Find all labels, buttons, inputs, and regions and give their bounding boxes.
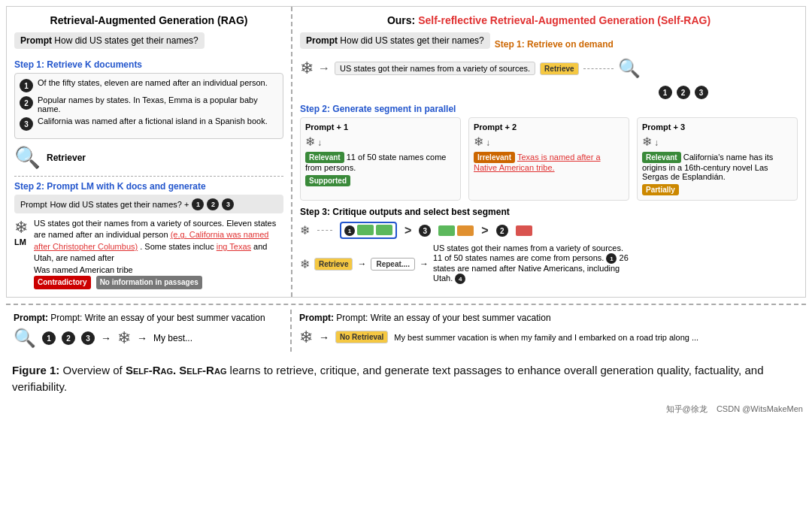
bottom-circle-2: 2 [62,331,75,345]
right-prompt-label: Prompt [306,35,338,46]
retriever-label: Retriever [47,153,86,163]
bottom-prompt-left-text: Prompt: Write an essay of your best summ… [50,313,265,323]
parallel2-snowflake: ❄ [474,135,483,148]
step3-arrow2: → [420,259,429,269]
bottom-left: Prompt: Prompt: Write an essay of your b… [6,310,292,352]
main-container: Retrieval-Augmented Generation (RAG) Pro… [0,6,812,418]
parallel1-arrow: ↓ [317,138,322,148]
step3-retrieve-badge[interactable]: Retrieve [314,258,353,271]
parallel3-snowflake: ❄ [642,135,652,148]
seg3-bars [438,225,474,236]
doc-num-2: 2 [20,96,33,110]
step1-magnifier-icon: 🔍 [618,58,641,79]
selected-segment: 1 [340,222,397,239]
figure-caption: Figure 1: Overview of Self-Rag. Self-Rag… [0,355,812,404]
bottom-right-text: My best summer vacation is when my famil… [394,333,798,342]
prompt2-box: Prompt How did US states get their names… [14,195,283,213]
parallel1-header: Prompt + 1 [305,122,456,132]
seg2-bars [516,225,532,236]
watermark-2: CSDN @WitsMakeMen [717,404,803,413]
seg2-num: 2 [496,225,508,237]
watermark: 知乎@徐龙 CSDN @WitsMakeMen [0,404,812,418]
left-prompt-box: Prompt How did US states get their names… [14,32,205,49]
parallel1-badge-supported: Supported [305,175,350,186]
bottom-prompt-right-text: Prompt: Write an essay of your best summ… [336,313,550,323]
step2-parallel: Prompt + 1 ❄ ↓ Relevant 11 of 50 state n… [300,117,798,201]
right-prompt-box: Prompt How did US states get their names… [300,32,490,49]
lm-text-cont3: American tribe [80,265,133,274]
seg3-num: 3 [419,225,431,237]
doc-item-3: 3 California was named after a fictional… [20,116,278,131]
gt1: > [404,224,411,237]
watermark-1: 知乎@徐龙 [666,404,707,413]
bottom-circle-3: 3 [81,331,95,345]
self-rag-2: Self-Rag [179,364,226,376]
step3-circle1: 1 [606,253,617,264]
doc-text-1: Of the fifty states, eleven are named af… [38,78,268,87]
parallel1-snowflake: ❄ [305,135,315,148]
doc-item-1: 1 Of the fifty states, eleven are named … [20,78,278,92]
step2-right-label: Step 2: Generate segment in parallel [300,104,798,114]
step3-flow-snowflake: ❄ [300,257,310,271]
lm-text-cont: . Some states incluc [140,242,214,251]
lm-area: ❄ LM US states got their names from a va… [14,218,283,289]
step2-left-label: Step 2: Prompt LM with K docs and genera… [14,181,283,192]
right-circle-2: 2 [677,86,690,99]
parallel3-arrow: ↓ [654,138,659,148]
right-panel: Ours: Self-reflective Retrieval-Augmente… [292,7,805,297]
lm-label: LM [14,237,28,246]
figure-label: Figure 1: [12,364,59,376]
doc-num-3: 3 [20,117,33,131]
bottom-prompt-left: Prompt: Prompt: Write an essay of your b… [14,313,283,323]
doc-list: 1 Of the fifty states, eleven are named … [14,73,283,139]
step3-right-label: Step 3: Critique outputs and select best… [300,207,798,217]
left-prompt-text: How did US states get their names? [54,35,198,46]
prompt2-label: Prompt [20,200,47,209]
bottom-prompt-right: Prompt: Prompt: Write an essay of your b… [299,313,798,323]
dashed-line [583,68,614,69]
bottom-area: Prompt: Prompt: Write an essay of your b… [6,304,806,352]
right-step1-label-area: Step 1: Retrieve on demand [495,37,798,50]
bar-green-2 [376,225,392,235]
prompt2-num2: 2 [207,198,219,210]
right-prompt-text: How did US states get their names? [340,35,483,46]
seg1-num: 1 [344,225,355,236]
step1-arrow: → [318,62,330,75]
badge-no-info: No information in passages [96,276,202,289]
bottom-left-arrow2: → [137,332,147,344]
step1-right-text: US states got their names from a variety… [335,62,535,75]
parallel1-badge-relevant: Relevant [305,152,344,163]
parallel3-badge-partially: Partially [642,184,679,195]
right-title-highlight: Self-reflective Retrieval-Augmented Gene… [418,14,710,26]
prompt2-num3: 3 [222,198,234,210]
diagram-area: Retrieval-Augmented Generation (RAG) Pro… [6,6,806,298]
parallel-col-2: Prompt + 2 ❄ ↓ Irrelevant Texas is named… [468,117,629,201]
bottom-right-arrow: → [319,331,329,343]
bottom-right-snowflake: ❄ [299,328,313,347]
bottom-left-magnifier: 🔍 [14,328,36,349]
step3-result-text: US states got their names from a variety… [433,243,629,284]
left-prompt-label: Prompt [20,35,52,46]
gt2: > [481,224,488,237]
bottom-left-arrow: → [101,332,111,344]
step1-right-label: Step 1: Retrieve on demand [495,39,614,50]
bottom-left-text: My best... [153,333,192,343]
parallel2-badge-irrelevant: Irrelevant [474,152,515,163]
self-rag-1: Self-Rag. [126,364,176,376]
prompt2-num1: 1 [192,198,204,210]
bottom-circle-1: 1 [42,331,56,345]
step3-circle4: 4 [455,274,465,284]
doc-text-2: Popular names by states. In Texas, Emma … [38,95,278,113]
doc-num-1: 1 [20,79,33,92]
right-title-prefix: Ours: [387,14,418,26]
retriever-area: 🔍 Retriever [14,145,283,170]
retrieve-badge[interactable]: Retrieve [540,62,578,75]
step3-repeat-badge: Repeat.... [371,258,414,271]
parallel3-badge-relevant: Relevant [642,152,681,163]
right-circle-3: 3 [695,86,708,99]
bar-green-1 [357,225,374,235]
left-panel-title: Retrieval-Augmented Generation (RAG) [14,14,283,26]
step3-dashed [317,230,332,231]
right-panel-title: Ours: Self-reflective Retrieval-Augmente… [300,14,798,26]
bottom-flow-right: ❄ → No Retrieval My best summer vacation… [299,328,798,347]
